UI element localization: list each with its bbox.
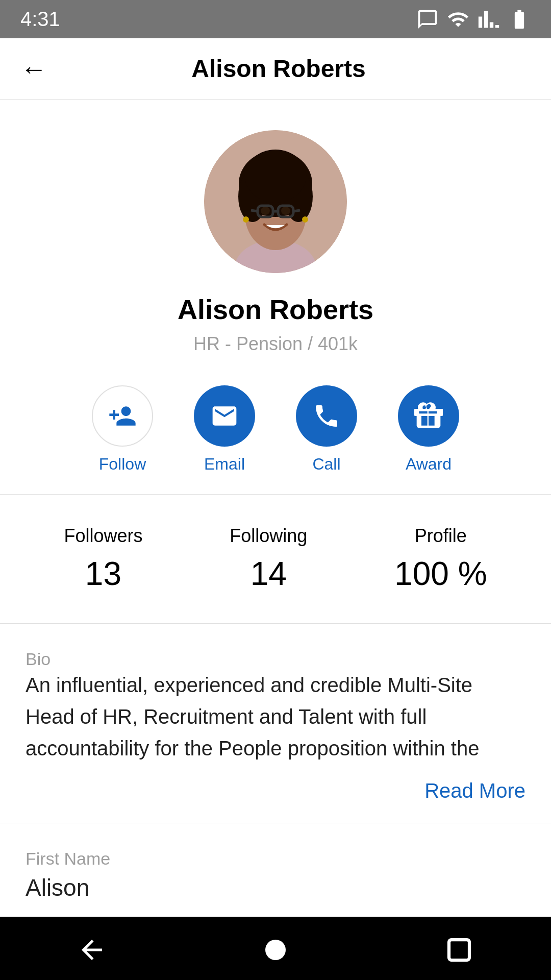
call-action[interactable]: Call xyxy=(296,385,357,474)
email-icon xyxy=(210,402,239,430)
email-action[interactable]: Email xyxy=(194,385,255,474)
profile-name: Alison Roberts xyxy=(178,293,373,325)
nav-home-icon xyxy=(260,935,291,965)
main-content: Alison Roberts HR - Pension / 401k Follo… xyxy=(0,100,551,917)
back-button[interactable]: ← xyxy=(20,54,47,84)
call-button-circle[interactable] xyxy=(296,385,357,447)
award-label: Award xyxy=(406,455,452,474)
svg-line-12 xyxy=(293,210,300,211)
battery-icon xyxy=(508,8,531,31)
following-value: 14 xyxy=(251,555,287,593)
app-bar: ← Alison Roberts xyxy=(0,38,551,100)
status-bar: 4:31 xyxy=(0,0,551,38)
svg-point-16 xyxy=(302,216,308,223)
avatar xyxy=(204,130,347,273)
award-action[interactable]: Award xyxy=(398,385,459,474)
svg-point-13 xyxy=(261,207,270,215)
read-more-button[interactable]: Read More xyxy=(26,779,525,802)
svg-point-14 xyxy=(281,207,290,215)
following-label: Following xyxy=(230,525,307,547)
gift-icon xyxy=(414,402,443,430)
nav-recents-button[interactable] xyxy=(413,924,505,975)
profile-stat: Profile 100 % xyxy=(394,525,487,593)
wifi-icon xyxy=(447,8,469,31)
nav-recents-icon xyxy=(444,935,474,965)
profile-subtitle: HR - Pension / 401k xyxy=(193,333,358,355)
nav-bar xyxy=(0,917,551,980)
fields-section: First Name Alison xyxy=(0,823,551,917)
profile-label: Profile xyxy=(415,525,467,547)
profile-section: Alison Roberts HR - Pension / 401k Follo… xyxy=(0,100,551,495)
bio-text: An influential, experienced and credible… xyxy=(26,669,525,764)
bio-title: Bio xyxy=(26,649,51,669)
status-time: 4:31 xyxy=(20,8,60,31)
first-name-field: First Name Alison xyxy=(26,849,525,901)
email-button-circle[interactable] xyxy=(194,385,255,447)
action-buttons: Follow Email Call xyxy=(20,385,531,474)
message-icon xyxy=(416,8,439,31)
stats-section: Followers 13 Following 14 Profile 100 % xyxy=(0,495,551,624)
status-icons xyxy=(416,8,531,31)
followers-value: 13 xyxy=(85,555,121,593)
page-title: Alison Roberts xyxy=(67,55,490,83)
bio-section: Bio An influential, experienced and cred… xyxy=(0,624,551,823)
svg-rect-18 xyxy=(449,940,469,960)
nav-home-button[interactable] xyxy=(230,924,321,975)
person-add-icon xyxy=(108,402,137,430)
profile-value: 100 % xyxy=(394,555,487,593)
follow-label: Follow xyxy=(99,455,146,474)
follow-button-circle[interactable] xyxy=(92,385,153,447)
nav-back-icon xyxy=(77,935,107,965)
email-label: Email xyxy=(204,455,245,474)
followers-stat: Followers 13 xyxy=(64,525,142,593)
avatar-image xyxy=(204,130,347,273)
svg-point-17 xyxy=(265,940,286,960)
first-name-value: Alison xyxy=(26,874,525,901)
following-stat: Following 14 xyxy=(230,525,307,593)
svg-point-15 xyxy=(243,216,249,223)
followers-label: Followers xyxy=(64,525,142,547)
svg-point-7 xyxy=(245,150,306,203)
first-name-label: First Name xyxy=(26,849,525,869)
call-label: Call xyxy=(312,455,340,474)
follow-action[interactable]: Follow xyxy=(92,385,153,474)
signal-icon xyxy=(478,8,500,31)
svg-line-11 xyxy=(251,210,258,211)
award-button-circle[interactable] xyxy=(398,385,459,447)
phone-icon xyxy=(312,402,341,430)
nav-back-button[interactable] xyxy=(46,924,138,975)
